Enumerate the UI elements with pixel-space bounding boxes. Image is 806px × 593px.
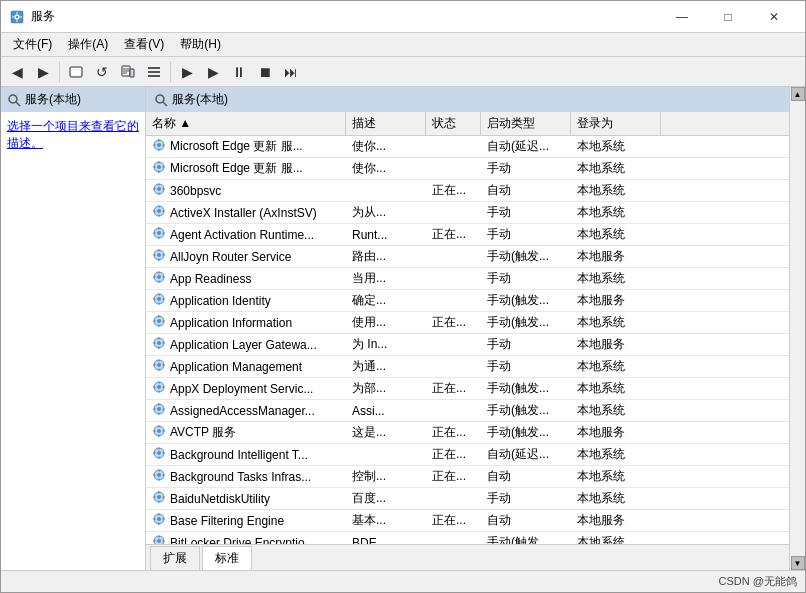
svg-rect-91	[158, 391, 159, 393]
scrollbar[interactable]: ▲ ▼	[789, 87, 805, 570]
svg-rect-108	[158, 448, 159, 450]
service-login: 本地系统	[571, 444, 661, 465]
table-row[interactable]: AssignedAccessManager... Assi... 手动(触发..…	[146, 400, 789, 422]
svg-rect-36	[158, 184, 159, 186]
minimize-button[interactable]: —	[659, 1, 705, 33]
table-row[interactable]: Application Information 使用... 正在... 手动(触…	[146, 312, 789, 334]
scroll-up-button[interactable]: ▲	[791, 87, 805, 101]
table-row[interactable]: Background Intelligent T... 正在... 自动(延迟.…	[146, 444, 789, 466]
svg-point-71	[157, 319, 161, 323]
service-login: 本地服务	[571, 422, 661, 443]
table-row[interactable]: Base Filtering Engine 基本... 正在... 自动 本地服…	[146, 510, 789, 532]
refresh-button[interactable]: ↺	[90, 60, 114, 84]
services-table[interactable]: 名称 ▲ 描述 状态 启动类型 登录为	[146, 112, 789, 544]
right-panel: 服务(本地) 名称 ▲ 描述 状态 启动类型 登录为	[146, 87, 789, 570]
table-row[interactable]: BaiduNetdiskUtility 百度... 手动 本地系统	[146, 488, 789, 510]
play-button[interactable]: ▶	[175, 60, 199, 84]
left-panel-description-link[interactable]: 选择一个项目来查看它的描述。	[7, 119, 139, 150]
table-row[interactable]: AppX Deployment Servic... 为部... 正在... 手动…	[146, 378, 789, 400]
svg-line-21	[163, 102, 167, 106]
menu-view[interactable]: 查看(V)	[116, 34, 172, 55]
menu-file[interactable]: 文件(F)	[5, 34, 60, 55]
tab-standard[interactable]: 标准	[202, 546, 252, 570]
service-icon	[152, 534, 166, 544]
table-row[interactable]: 360bpsvc 正在... 自动 本地系统	[146, 180, 789, 202]
play2-button[interactable]: ▶	[201, 60, 225, 84]
menu-bar: 文件(F) 操作(A) 查看(V) 帮助(H)	[1, 33, 805, 57]
col-header-status[interactable]: 状态	[426, 112, 481, 135]
table-row[interactable]: BitLocker Drive Encryptio... BDE... 手动(触…	[146, 532, 789, 544]
stop-button[interactable]: ⏹	[253, 60, 277, 84]
service-startup: 手动	[481, 158, 571, 179]
table-row[interactable]: AVCTP 服务 这是... 正在... 手动(触发... 本地服务	[146, 422, 789, 444]
svg-rect-111	[163, 452, 165, 453]
svg-point-65	[157, 297, 161, 301]
service-name: Agent Activation Runtime...	[170, 228, 314, 242]
back-button[interactable]: ◀	[5, 60, 29, 84]
svg-point-2	[16, 15, 18, 17]
svg-rect-69	[163, 298, 165, 299]
table-row[interactable]: App Readiness 当用... 手动 本地系统	[146, 268, 789, 290]
svg-rect-98	[154, 408, 156, 409]
svg-point-101	[157, 429, 161, 433]
svg-rect-134	[154, 540, 156, 541]
right-panel-header: 服务(本地)	[146, 87, 789, 112]
table-row[interactable]: ActiveX Installer (AxInstSV) 为从... 手动 本地…	[146, 202, 789, 224]
export-button[interactable]	[116, 60, 140, 84]
service-name: Base Filtering Engine	[170, 514, 284, 528]
svg-rect-109	[158, 457, 159, 459]
svg-rect-38	[154, 188, 156, 189]
table-row[interactable]: Agent Activation Runtime... Runt... 正在..…	[146, 224, 789, 246]
table-row[interactable]: Microsoft Edge 更新 服... 使你... 手动 本地系统	[146, 158, 789, 180]
table-row[interactable]: Background Tasks Infras... 控制... 正在... 自…	[146, 466, 789, 488]
list-view-button[interactable]	[142, 60, 166, 84]
svg-rect-68	[154, 298, 156, 299]
left-panel-title: 服务(本地)	[25, 91, 81, 108]
service-desc: 百度...	[346, 488, 426, 509]
service-login: 本地系统	[571, 532, 661, 544]
scroll-down-button[interactable]: ▼	[791, 556, 805, 570]
service-icon	[152, 248, 166, 265]
svg-rect-33	[163, 166, 165, 167]
col-header-name[interactable]: 名称 ▲	[146, 112, 346, 135]
col-header-desc[interactable]: 描述	[346, 112, 426, 135]
service-name: App Readiness	[170, 272, 251, 286]
service-startup: 手动(触发...	[481, 422, 571, 443]
service-login: 本地系统	[571, 268, 661, 289]
service-icon	[152, 358, 166, 375]
pause-button[interactable]: ⏸	[227, 60, 251, 84]
service-status	[426, 488, 481, 509]
restart-button[interactable]: ⏭	[279, 60, 303, 84]
svg-rect-50	[154, 232, 156, 233]
table-row[interactable]: AllJoyn Router Service 路由... 手动(触发... 本地…	[146, 246, 789, 268]
forward-button[interactable]: ▶	[31, 60, 55, 84]
service-name: Application Layer Gatewa...	[170, 338, 317, 352]
table-row[interactable]: Application Identity 确定... 手动(触发... 本地服务	[146, 290, 789, 312]
service-status: 正在...	[426, 180, 481, 201]
service-icon	[152, 314, 166, 331]
close-button[interactable]: ✕	[751, 1, 797, 33]
svg-rect-57	[163, 254, 165, 255]
service-icon	[152, 182, 166, 199]
svg-rect-44	[154, 210, 156, 211]
col-header-login[interactable]: 登录为	[571, 112, 661, 135]
service-status: 正在...	[426, 444, 481, 465]
table-row[interactable]: Application Management 为通... 手动 本地系统	[146, 356, 789, 378]
service-status: 正在...	[426, 312, 481, 333]
service-login: 本地服务	[571, 510, 661, 531]
svg-rect-60	[158, 272, 159, 274]
svg-rect-31	[158, 171, 159, 173]
menu-action[interactable]: 操作(A)	[60, 34, 116, 55]
maximize-button[interactable]: □	[705, 1, 751, 33]
status-text: CSDN @无能鸽	[719, 574, 797, 589]
show-console-button[interactable]	[64, 60, 88, 84]
svg-rect-39	[163, 188, 165, 189]
table-row[interactable]: Application Layer Gatewa... 为 In... 手动 本…	[146, 334, 789, 356]
service-startup: 手动	[481, 202, 571, 223]
col-header-startup[interactable]: 启动类型	[481, 112, 571, 135]
menu-help[interactable]: 帮助(H)	[172, 34, 229, 55]
svg-point-131	[157, 539, 161, 543]
table-row[interactable]: Microsoft Edge 更新 服... 使你... 自动(延迟... 本地…	[146, 136, 789, 158]
tab-extend[interactable]: 扩展	[150, 546, 200, 570]
svg-rect-117	[163, 474, 165, 475]
